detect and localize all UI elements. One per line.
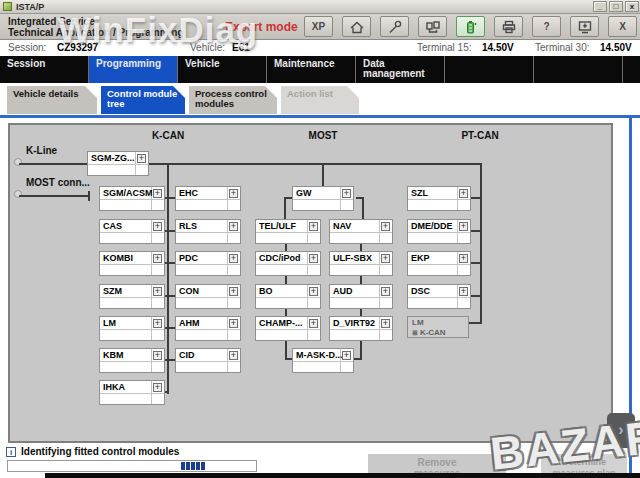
expand-plus-icon[interactable]: + bbox=[153, 189, 162, 198]
expand-plus-icon[interactable]: + bbox=[381, 222, 390, 231]
print-button[interactable] bbox=[494, 16, 523, 37]
module-node-nav[interactable]: NAV+ bbox=[329, 219, 393, 244]
expand-plus-icon[interactable]: + bbox=[153, 319, 162, 328]
tab-vehicle[interactable]: Vehicle bbox=[178, 56, 267, 83]
bus-line bbox=[480, 163, 482, 323]
help-button[interactable]: ? bbox=[532, 16, 561, 37]
module-node-tel-ulf[interactable]: TEL/ULF+ bbox=[255, 219, 321, 244]
maximize-window-button[interactable]: □ bbox=[609, 1, 623, 12]
bus-line bbox=[165, 197, 175, 199]
module-node-kombi[interactable]: KOMBI+ bbox=[99, 251, 165, 276]
expand-plus-icon[interactable]: + bbox=[459, 222, 468, 231]
module-node-lm[interactable]: LM+ bbox=[99, 316, 165, 341]
xp-button[interactable]: XP bbox=[304, 16, 333, 37]
expand-plus-icon[interactable]: + bbox=[381, 254, 390, 263]
battery-status-button[interactable] bbox=[456, 16, 485, 37]
module-node-ahm[interactable]: AHM+ bbox=[175, 316, 241, 341]
node-divider bbox=[330, 329, 392, 330]
expand-plus-icon[interactable]: + bbox=[153, 383, 162, 392]
expand-plus-icon[interactable]: + bbox=[229, 287, 238, 296]
module-node-szm[interactable]: SZM+ bbox=[99, 284, 165, 309]
home-button[interactable] bbox=[342, 16, 371, 37]
module-node-ihka[interactable]: IHKA+ bbox=[99, 380, 165, 405]
module-node-pdc[interactable]: PDC+ bbox=[175, 251, 241, 276]
expand-plus-icon[interactable]: + bbox=[229, 351, 238, 360]
module-node-ekp[interactable]: EKP+ bbox=[407, 251, 471, 276]
node-divider bbox=[256, 297, 320, 298]
expand-plus-icon[interactable]: + bbox=[459, 189, 468, 198]
expand-plus-icon[interactable]: + bbox=[342, 351, 351, 360]
module-node-d-virt92[interactable]: D_VIRT92+ bbox=[329, 316, 393, 341]
module-node-sgm-acsm[interactable]: SGM/ACSM+ bbox=[99, 186, 165, 211]
module-node-dme-dde[interactable]: DME/DDE+ bbox=[407, 219, 471, 244]
module-node-ulf-sbx[interactable]: ULF-SBX+ bbox=[329, 251, 393, 276]
tab-maintenance[interactable]: Maintenance bbox=[267, 56, 356, 83]
node-divider bbox=[151, 317, 152, 340]
expand-plus-icon[interactable]: + bbox=[229, 254, 238, 263]
module-node-kbm[interactable]: KBM+ bbox=[99, 348, 165, 373]
expand-plus-icon[interactable]: + bbox=[342, 189, 351, 198]
expand-plus-icon[interactable]: + bbox=[137, 154, 146, 163]
module-node-cid[interactable]: CID+ bbox=[175, 348, 241, 373]
terminal15-label: Terminal 15: bbox=[417, 42, 471, 53]
expand-plus-icon[interactable]: + bbox=[309, 254, 318, 263]
expand-plus-icon[interactable]: + bbox=[459, 287, 468, 296]
node-divider bbox=[151, 220, 152, 243]
module-label: D_VIRT92 bbox=[333, 318, 375, 328]
expand-plus-icon[interactable]: + bbox=[309, 222, 318, 231]
expand-plus-icon[interactable]: + bbox=[381, 319, 390, 328]
expert-mode-label: Expert mode bbox=[225, 20, 298, 34]
subtab-control-module-tree[interactable]: Control module tree bbox=[101, 86, 185, 114]
close-window-button[interactable]: x bbox=[625, 1, 639, 12]
bus-line bbox=[285, 244, 287, 251]
tab-session[interactable]: Session bbox=[0, 56, 89, 83]
expand-plus-icon[interactable]: + bbox=[309, 319, 318, 328]
connection-button[interactable] bbox=[418, 16, 447, 37]
minimize-panel-button[interactable] bbox=[570, 16, 599, 37]
expand-panel-side-tab[interactable]: › bbox=[607, 413, 635, 448]
module-node-szl[interactable]: SZL+ bbox=[407, 186, 471, 211]
module-node-gw[interactable]: GW+ bbox=[292, 186, 354, 211]
module-node-ehc[interactable]: EHC+ bbox=[175, 186, 241, 211]
module-label: IHKA bbox=[103, 382, 125, 392]
title-bar: ISTA/P _□x bbox=[0, 0, 640, 14]
module-label: LM bbox=[103, 318, 116, 328]
module-node-champ[interactable]: CHAMP-...+ bbox=[255, 316, 321, 341]
expand-plus-icon[interactable]: + bbox=[309, 287, 318, 296]
expand-plus-icon[interactable]: + bbox=[229, 189, 238, 198]
subtab-process-control-modules[interactable]: Process control modules bbox=[189, 86, 277, 114]
node-divider bbox=[100, 361, 164, 362]
minimize-window-button[interactable]: _ bbox=[593, 1, 607, 12]
node-divider bbox=[293, 199, 353, 200]
tab-data-management[interactable]: Data management bbox=[356, 56, 445, 83]
expand-plus-icon[interactable]: + bbox=[153, 351, 162, 360]
tab-programming[interactable]: Programming bbox=[89, 56, 178, 83]
expand-plus-icon[interactable]: + bbox=[153, 222, 162, 231]
expand-plus-icon[interactable]: + bbox=[153, 254, 162, 263]
module-node-rls[interactable]: RLS+ bbox=[175, 219, 241, 244]
module-node-aud[interactable]: AUD+ bbox=[329, 284, 393, 309]
expand-plus-icon[interactable]: + bbox=[229, 222, 238, 231]
expand-plus-icon[interactable]: + bbox=[229, 319, 238, 328]
module-node-bo[interactable]: BO+ bbox=[255, 284, 321, 309]
node-divider bbox=[457, 187, 458, 210]
expand-plus-icon[interactable]: + bbox=[153, 287, 162, 296]
settings-wrench-button[interactable] bbox=[380, 16, 409, 37]
bus-line bbox=[165, 391, 169, 393]
expand-plus-icon[interactable]: + bbox=[381, 287, 390, 296]
module-node-cdc-ipod[interactable]: CDC/iPod+ bbox=[255, 251, 321, 276]
module-node-cas[interactable]: CAS+ bbox=[99, 219, 165, 244]
app-subtitle-line2: Technical Application / Programming bbox=[8, 27, 184, 38]
most-conn-label: MOST conn... bbox=[26, 177, 90, 188]
close-app-button[interactable]: X bbox=[608, 16, 637, 37]
node-divider bbox=[227, 187, 228, 210]
module-node-sgm-zg[interactable]: SGM-ZG...+ bbox=[87, 151, 149, 176]
window-title: ISTA/P bbox=[16, 2, 44, 12]
module-node-m-ask-d[interactable]: M-ASK-D...+ bbox=[292, 348, 354, 373]
module-node-con[interactable]: CON+ bbox=[175, 284, 241, 309]
module-node-dsc[interactable]: DSC+ bbox=[407, 284, 471, 309]
subtab-vehicle-details[interactable]: Vehicle details bbox=[7, 86, 97, 114]
expand-plus-icon[interactable]: + bbox=[459, 254, 468, 263]
bus-line bbox=[285, 309, 287, 316]
app-subtitle-line1: Integrated Service bbox=[8, 16, 184, 27]
